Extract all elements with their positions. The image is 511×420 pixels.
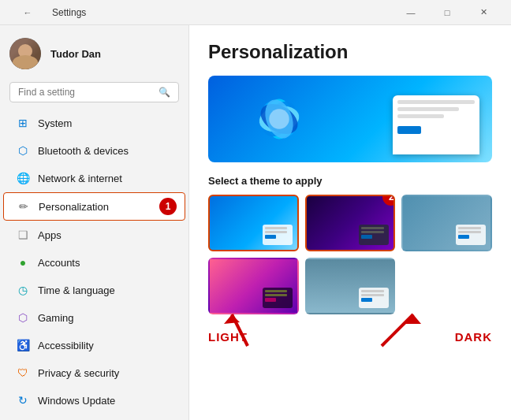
user-profile[interactable]: Tudor Dan [0, 25, 188, 79]
annotation-light-label: LIGHT [208, 330, 248, 344]
search-icon: 🔍 [159, 87, 170, 98]
minimize-button[interactable]: — [393, 0, 429, 25]
theme-tile-light[interactable] [208, 195, 299, 251]
back-button[interactable]: ← [9, 0, 46, 25]
sidebar: Tudor Dan 🔍 ⊞System⬡Bluetooth & devices🌐… [0, 25, 189, 420]
nav-icon-apps: ❑ [16, 228, 30, 242]
close-button[interactable]: ✕ [465, 0, 502, 25]
nav-label-personalization: Personalization [39, 201, 109, 213]
windows-flower-icon [224, 80, 334, 158]
search-input[interactable] [18, 87, 152, 98]
nav-icon-privacy: 🛡 [16, 366, 30, 380]
mini-line [361, 294, 384, 296]
themes-grid: 2 [208, 195, 492, 314]
sidebar-item-time[interactable]: ◷Time & language [3, 277, 185, 303]
mini-line [361, 227, 384, 229]
preview-line-3 [397, 114, 444, 118]
sidebar-item-apps[interactable]: ❑Apps [3, 221, 185, 248]
titlebar-controls: — □ ✕ [393, 0, 502, 25]
nav-icon-accessibility: ♿ [16, 338, 30, 352]
main-layout: Tudor Dan 🔍 ⊞System⬡Bluetooth & devices🌐… [0, 25, 511, 420]
settings-row-background[interactable]: 🖼BackgroundBackground image, color, slid… [208, 407, 492, 420]
mini-line [458, 227, 481, 229]
mini-line [361, 290, 384, 292]
mini-line [265, 227, 288, 229]
sidebar-item-privacy[interactable]: 🛡Privacy & security [3, 359, 185, 386]
nav-label-gaming: Gaming [38, 312, 74, 324]
nav-icon-windowsupdate: ↻ [16, 393, 30, 407]
nav-icon-bluetooth: ⬡ [16, 143, 30, 158]
sidebar-item-accounts[interactable]: ●Accounts [3, 249, 185, 276]
preview-line-2 [397, 107, 459, 111]
nav-label-windowsupdate: Windows Update [38, 395, 115, 407]
nav-icon-system: ⊞ [16, 116, 30, 130]
theme-tile-colorful[interactable] [208, 258, 299, 314]
preview-window [393, 95, 479, 154]
nav-label-apps: Apps [38, 229, 62, 241]
svg-marker-8 [224, 314, 240, 324]
settings-rows-container: 🖼BackgroundBackground image, color, slid… [208, 407, 492, 420]
svg-point-6 [269, 109, 289, 128]
nav-label-privacy: Privacy & security [38, 367, 119, 379]
theme-mini-window-custom1 [456, 225, 486, 245]
nav-label-network: Network & internet [38, 173, 122, 184]
nav-items-container: ⊞System⬡Bluetooth & devices🌐Network & in… [0, 109, 188, 414]
theme-mini-window-colorful [263, 288, 293, 308]
annotation-dark-label: DARK [455, 330, 492, 344]
nav-label-accounts: Accounts [38, 257, 80, 269]
titlebar: ← Settings — □ ✕ [0, 0, 511, 25]
mini-button [361, 298, 372, 302]
nav-icon-gaming: ⬡ [16, 310, 30, 325]
search-box[interactable]: 🔍 [9, 82, 179, 102]
mini-button [265, 235, 276, 239]
preview-mini-button [397, 126, 421, 134]
page-title: Personalization [208, 41, 492, 63]
svg-marker-10 [405, 314, 421, 324]
avatar-image [9, 38, 41, 69]
mini-line [265, 294, 288, 296]
mini-button [361, 235, 372, 239]
user-name: Tudor Dan [50, 48, 101, 60]
annotation-badge-1: 1 [159, 198, 177, 215]
settings-icon-background: 🖼 [208, 416, 237, 420]
nav-label-time: Time & language [38, 284, 115, 296]
annotation-badge-2: 2 [382, 195, 395, 206]
sidebar-item-accessibility[interactable]: ♿Accessibility [3, 332, 185, 359]
nav-label-system: System [38, 117, 72, 129]
content-area: Personalization Select a theme to apply [189, 25, 511, 420]
nav-icon-network: 🌐 [16, 171, 30, 185]
theme-mini-window-dark [359, 225, 389, 245]
mini-line [265, 231, 288, 233]
sidebar-item-gaming[interactable]: ⬡Gaming [3, 304, 185, 331]
nav-label-accessibility: Accessibility [38, 340, 94, 351]
mini-line [265, 290, 288, 292]
sidebar-item-bluetooth[interactable]: ⬡Bluetooth & devices [3, 137, 185, 164]
select-theme-label: Select a theme to apply [208, 175, 492, 187]
titlebar-title: Settings [52, 7, 86, 18]
avatar [9, 38, 41, 69]
mini-button [458, 235, 469, 239]
titlebar-left: ← Settings [9, 0, 86, 25]
mini-line [361, 231, 384, 233]
nav-icon-accounts: ● [16, 255, 30, 269]
theme-mini-window-light [263, 225, 293, 245]
theme-mini-window-custom2 [359, 288, 389, 308]
sidebar-item-network[interactable]: 🌐Network & internet [3, 165, 185, 191]
mini-button [265, 298, 276, 302]
nav-label-bluetooth: Bluetooth & devices [38, 145, 129, 157]
maximize-button[interactable]: □ [429, 0, 465, 25]
nav-icon-personalization: ✏ [17, 199, 31, 214]
theme-preview-banner [208, 76, 492, 162]
sidebar-item-windowsupdate[interactable]: ↻Windows Update [3, 387, 185, 414]
theme-tile-dark[interactable]: 2 [305, 195, 396, 251]
mini-line [458, 231, 481, 233]
nav-icon-time: ◷ [16, 283, 30, 297]
theme-tile-custom1[interactable] [401, 195, 492, 251]
sidebar-item-personalization[interactable]: ✏Personalization1 [3, 192, 185, 221]
preview-line-1 [397, 100, 475, 104]
theme-tile-custom2[interactable] [305, 258, 396, 314]
sidebar-item-system[interactable]: ⊞System [3, 110, 185, 136]
